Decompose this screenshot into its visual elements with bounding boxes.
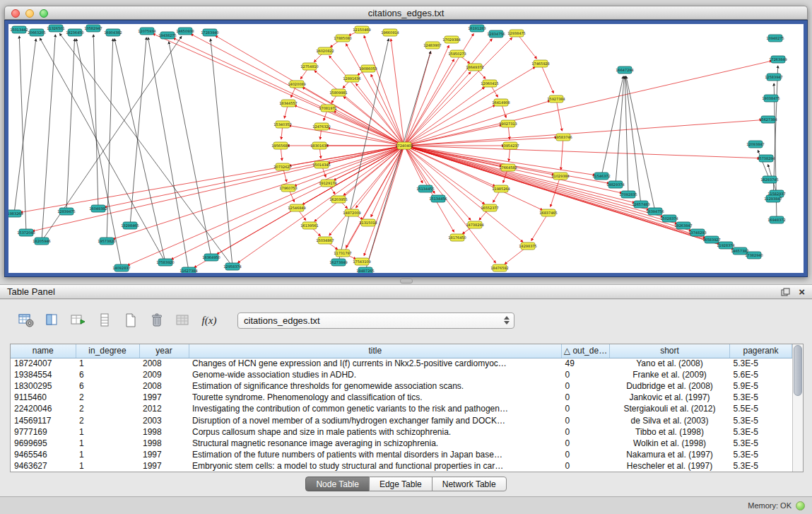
graph-node[interactable]: 15738294	[757, 155, 775, 162]
import-table-icon[interactable]	[69, 312, 88, 329]
graph-node[interactable]: 11326501	[47, 25, 64, 32]
graph-node[interactable]: 15340357	[273, 121, 291, 128]
column-header-1[interactable]: in_degree	[76, 344, 139, 358]
graph-node[interactable]: 17283940	[201, 29, 218, 36]
graph-node[interactable]: 12839475	[57, 208, 75, 215]
graph-node[interactable]: 11928374	[717, 242, 734, 249]
graph-node[interactable]: 17885080	[334, 35, 351, 42]
graph-node[interactable]: 15927384	[547, 95, 565, 103]
graph-node[interactable]: 15028374	[660, 215, 678, 222]
graph-node[interactable]: 13582947	[84, 25, 102, 32]
table-settings-icon[interactable]	[17, 312, 35, 329]
graph-node[interactable]: 19438275	[158, 32, 176, 39]
graph-node[interactable]: 14092837	[112, 264, 130, 271]
column-header-5[interactable]: short	[610, 344, 730, 358]
column-header-4[interactable]: △ out_de…	[562, 344, 610, 358]
graph-node[interactable]: 15809981	[329, 89, 347, 96]
graph-node[interactable]: 12546849	[288, 204, 305, 211]
graph-node[interactable]: 19487265	[356, 267, 374, 273]
graph-node[interactable]: 15372048	[17, 229, 35, 236]
graph-node[interactable]: 16837465	[539, 209, 557, 216]
graph-node[interactable]: 18293745	[760, 176, 778, 183]
graph-node[interactable]: 17240402	[395, 142, 413, 149]
graph-node[interactable]: 20732627	[273, 163, 291, 170]
window-titlebar[interactable]: citations_edges.txt	[4, 6, 808, 20]
graph-node[interactable]: 12657483	[632, 201, 649, 208]
graph-node[interactable]: 19027313	[499, 120, 517, 127]
graph-node[interactable]: 17960753	[279, 185, 297, 192]
graph-node[interactable]: 16049382	[89, 205, 107, 212]
graph-node[interactable]: 18176450	[448, 234, 466, 241]
graph-node[interactable]: 16647294	[616, 66, 633, 74]
graph-node[interactable]: 11029384	[551, 173, 569, 180]
graph-node[interactable]: 17465928	[531, 60, 549, 67]
graph-node[interactable]: 18476592	[490, 264, 508, 271]
graph-node[interactable]: 15627384	[759, 116, 777, 123]
graph-node[interactable]: 12483907	[423, 42, 441, 49]
graph-node[interactable]: 12891636	[343, 75, 360, 82]
graph-node[interactable]: 13298465	[121, 222, 139, 229]
column-header-6[interactable]: pagerank	[730, 344, 792, 358]
graph-node[interactable]: 17543109	[353, 258, 370, 265]
graph-node[interactable]: 16904382	[104, 29, 122, 36]
graph-node[interactable]: 11293847	[764, 195, 782, 202]
graph-node[interactable]: 17092835	[619, 191, 637, 198]
tab-edge-table[interactable]: Edge Table	[369, 477, 433, 491]
graph-node[interactable]: 18364950	[202, 254, 220, 261]
table-select[interactable]: citations_edges.txt	[237, 313, 514, 329]
scrollbar-thumb[interactable]	[794, 345, 802, 396]
graph-node[interactable]: 12938475	[507, 30, 525, 37]
graph-node[interactable]: 16583927	[702, 236, 720, 243]
delete-icon[interactable]	[148, 312, 166, 329]
table-scrollbar[interactable]	[792, 344, 803, 472]
table-row[interactable]: 2242004622012Investigating the contribut…	[11, 403, 792, 414]
network-canvas[interactable]: 1724040212150469178850801602082212754810…	[8, 24, 804, 273]
graph-node[interactable]: 11546372	[592, 173, 610, 180]
graph-node[interactable]: 14738294	[466, 221, 483, 228]
table-row[interactable]: 946362711997Embryonic stem cells: a mode…	[11, 460, 792, 472]
graph-node[interactable]: 19263847	[674, 222, 692, 229]
graph-node[interactable]: 17583920	[156, 259, 174, 266]
graph-node[interactable]: 19660914	[381, 29, 399, 36]
graph-node[interactable]: 19583746	[554, 134, 572, 141]
table-row[interactable]: 1938455462009Genome-wide association stu…	[11, 369, 792, 380]
zoom-window-button[interactable]	[40, 9, 48, 18]
graph-node[interactable]: 16552377	[481, 204, 498, 211]
table-row[interactable]: 1456911722003Disruption of a novel membe…	[11, 414, 792, 426]
graph-node[interactable]: 17263849	[769, 56, 787, 63]
graph-node[interactable]: 14020089	[288, 81, 305, 88]
float-panel-icon[interactable]	[781, 288, 790, 296]
table-row[interactable]: 946554611997Estimation of the future num…	[11, 449, 792, 460]
close-window-button[interactable]	[11, 9, 20, 18]
panel-resize-grip[interactable]	[400, 279, 413, 284]
tab-network-table[interactable]: Network Table	[432, 477, 507, 491]
graph-node[interactable]: 14872009	[343, 209, 360, 216]
table-row[interactable]: 911546021997Tourette syndrome. Phenomeno…	[11, 392, 792, 403]
graph-node[interactable]: 16273849	[329, 259, 347, 266]
columns-icon[interactable]	[43, 312, 61, 329]
table-row[interactable]: 1872400712008Changes of HCN gene express…	[11, 358, 792, 369]
graph-node[interactable]: 12075934	[138, 28, 155, 35]
graph-node[interactable]: 18301637	[310, 142, 328, 149]
memory-indicator[interactable]	[796, 501, 805, 510]
graph-node[interactable]: 15134456	[429, 195, 447, 202]
graph-node[interactable]: 14298375	[519, 243, 536, 250]
graph-node[interactable]: 11315018	[359, 219, 377, 226]
graph-node[interactable]: 15950273	[448, 50, 466, 57]
close-panel-icon[interactable]: ×	[799, 287, 805, 297]
graph-node[interactable]: 12060415	[481, 80, 498, 87]
table-row[interactable]: 977716911998Corpus callosum shape and si…	[11, 426, 792, 438]
function-icon[interactable]: f(x)	[200, 312, 218, 329]
graph-node[interactable]: 17029384	[442, 36, 460, 43]
graph-node[interactable]: 20663205	[28, 29, 45, 36]
graph-node[interactable]: 19129174	[319, 180, 336, 187]
graph-node[interactable]: 11983264	[8, 210, 23, 217]
column-header-2[interactable]: year	[139, 344, 189, 358]
graph-node[interactable]: 17664582	[499, 164, 517, 171]
graph-node[interactable]: 12150469	[353, 26, 370, 33]
graph-node[interactable]: 16020822	[316, 47, 334, 54]
column-header-0[interactable]: name	[11, 344, 76, 358]
graph-node[interactable]: 11985264	[492, 185, 510, 192]
graph-node[interactable]: 12583947	[765, 74, 782, 81]
graph-node[interactable]: 18205946	[33, 238, 50, 245]
